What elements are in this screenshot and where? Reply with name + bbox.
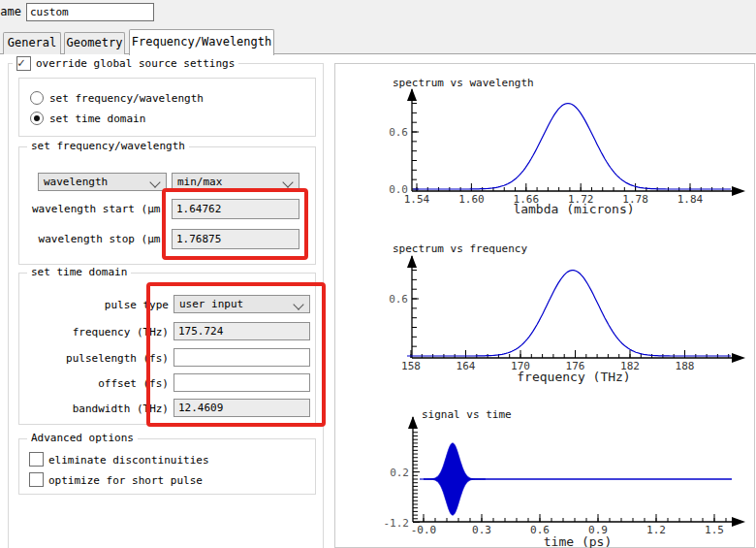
chart3-xlabel: time (ps) [544, 534, 612, 548]
wavelength-dropdown-value: wavelength [44, 176, 108, 188]
wavelength-stop-input[interactable] [172, 229, 299, 249]
wavelength-dropdown[interactable]: wavelength [38, 173, 167, 191]
advanced-options-groupbox: Advanced options eliminate discontinuiti… [18, 438, 316, 495]
chart2-spectrum-curve [407, 271, 731, 356]
radio-label-frequency-wavelength: set frequency/wavelength [49, 92, 204, 105]
offset-input[interactable] [173, 373, 310, 392]
pulse-type-dropdown[interactable]: user input [173, 295, 310, 313]
pulse-type-value: user input [179, 298, 243, 310]
freq-wavelength-groupbox: set frequency/wavelength wavelength min/… [18, 146, 316, 265]
minmax-dropdown-value: min/max [177, 176, 222, 188]
chart2-x-tick-label: 164 [457, 360, 476, 372]
override-groupbox: override global source settings set freq… [8, 63, 324, 548]
tab-general[interactable]: General [3, 32, 61, 54]
chart3-title: signal vs time [422, 408, 512, 421]
chart1-x-tick-label: 1.60 [458, 193, 485, 206]
chart2-title: spectrum vs frequency [393, 242, 527, 255]
optimize-short-pulse-label: optimize for short pulse [48, 474, 203, 487]
time-domain-groupbox: set time domain pulse type user input fr… [18, 273, 316, 425]
minmax-dropdown[interactable]: min/max [172, 173, 299, 191]
source-settings-dialog: name General Geometry Frequency/Waveleng… [0, 0, 756, 548]
chart3-y-tick-label: 0.2 [390, 467, 409, 479]
tab-frequency-wavelength[interactable]: Frequency/Wavelength [129, 29, 274, 55]
chevron-down-icon [149, 177, 160, 187]
frequency-label: frequency (THz) [19, 326, 169, 338]
chart1-xlabel: lambda (microns) [513, 202, 634, 216]
chart1-y-arrow-icon [407, 88, 417, 101]
chart3-signal-pulse [420, 443, 486, 515]
offset-label: offset (fs) [19, 377, 169, 390]
radio-set-time-domain[interactable] [30, 112, 44, 125]
chart2-x-tick-label: 188 [676, 360, 695, 372]
chart3-x-tick-label: 1.5 [705, 524, 724, 536]
chart3-x-arrow-icon [732, 517, 745, 527]
time-domain-legend: set time domain [27, 266, 131, 278]
chart1-y-tick-label: 0.6 [389, 126, 408, 139]
chart3-x-tick-label: 0.3 [472, 524, 491, 536]
frequency-input[interactable] [173, 322, 310, 340]
chart1-y-tick-label: 0.0 [389, 183, 408, 196]
chart3-y-arrow-icon [408, 416, 418, 429]
bandwidth-label: bandwidth (THz) [19, 403, 169, 415]
override-checkbox[interactable] [16, 56, 31, 71]
chart2-x-arrow-icon [732, 353, 745, 363]
bandwidth-input[interactable] [173, 399, 310, 417]
chart2-y-arrow-icon [407, 255, 417, 268]
wavelength-stop-label: wavelength stop (μm) [19, 233, 167, 245]
chart2-x-tick-label: 158 [401, 360, 421, 372]
advanced-options-legend: Advanced options [27, 432, 138, 444]
chart3-x-tick-label: -0.0 [411, 524, 437, 536]
override-label: override global source settings [36, 57, 235, 70]
name-input[interactable] [26, 3, 154, 21]
chevron-down-icon [282, 177, 293, 187]
radio-set-frequency-wavelength[interactable] [30, 91, 44, 105]
chart1-x-arrow-icon [732, 186, 745, 196]
chart2-y-tick-label: 0.6 [389, 293, 408, 306]
tab-geometry[interactable]: Geometry [64, 32, 125, 54]
optimize-short-pulse-checkbox[interactable] [29, 472, 44, 487]
plots-canvas: 1.541.601.661.721.781.840.00.6spectrum v… [335, 64, 755, 548]
chevron-down-icon [293, 299, 303, 309]
pulselength-label: pulselength (fs) [19, 352, 169, 365]
eliminate-discontinuities-checkbox[interactable] [29, 452, 44, 467]
radio-label-time-domain: set time domain [49, 113, 145, 125]
name-label: name [0, 5, 21, 18]
chart2-xlabel: frequency (THz) [517, 370, 630, 384]
chart1-spectrum-curve [413, 104, 731, 190]
eliminate-discontinuities-label: eliminate discontinuities [48, 454, 209, 467]
wavelength-start-input[interactable] [172, 199, 299, 219]
chart1-title: spectrum vs wavelength [393, 77, 534, 89]
pulse-type-label: pulse type [19, 299, 169, 311]
wavelength-start-label: wavelength start (μm) [19, 203, 167, 215]
chart3-x-tick-label: 1.2 [646, 524, 666, 536]
mode-box: set frequency/wavelength set time domain [18, 78, 316, 137]
pulselength-input[interactable] [173, 348, 310, 367]
chart3-y-tick-label: -1.2 [384, 517, 410, 530]
chart1-x-tick-label: 1.84 [677, 193, 704, 206]
freq-wavelength-legend: set frequency/wavelength [27, 140, 189, 152]
override-legend: override global source settings [13, 56, 238, 71]
